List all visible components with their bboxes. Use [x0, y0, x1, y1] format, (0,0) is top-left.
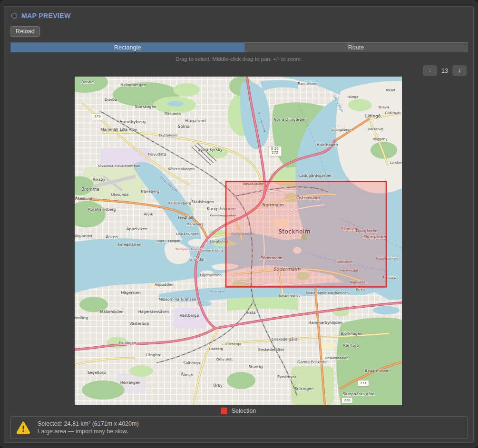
svg-text:Hjorthagen: Hjorthagen: [317, 143, 338, 147]
svg-text:Örby slott: Örby slott: [216, 357, 233, 361]
svg-text:Abrahamsberg: Abrahamsberg: [88, 207, 116, 212]
svg-text:Hägerstensåsen: Hägerstensåsen: [138, 309, 169, 314]
svg-text:Aspudden: Aspudden: [155, 282, 174, 287]
svg-text:Solberga: Solberga: [183, 361, 200, 365]
svg-text:Reimersholme: Reimersholme: [200, 249, 224, 253]
svg-text:Norra Djurgården: Norra Djurgården: [273, 117, 306, 122]
map-svg: RissneHallonbergenDuvboStorskogenRåsunda…: [75, 77, 402, 405]
svg-text:Marieberg: Marieberg: [186, 223, 203, 226]
svg-text:Västberga: Västberga: [180, 313, 199, 318]
svg-text:Stadshagen: Stadshagen: [191, 200, 214, 204]
svg-text:Näset: Näset: [386, 88, 395, 92]
zoom-out-button[interactable]: -: [423, 65, 437, 76]
svg-text:Tranholmen: Tranholmen: [297, 82, 317, 86]
warning-line-1: Selected: 24,81 km² (6171m x 4020m): [38, 420, 139, 428]
svg-text:Liseberg: Liseberg: [209, 347, 223, 351]
selection-swatch: [221, 408, 227, 414]
svg-text:Alvik: Alvik: [144, 212, 153, 216]
panel-title: MAP PREVIEW: [21, 12, 71, 19]
svg-text:Solna: Solna: [178, 124, 190, 129]
svg-text:Östberga: Östberga: [226, 342, 241, 346]
svg-text:Älvsjö: Älvsjö: [181, 372, 194, 377]
svg-text:Mälarhöjden: Mälarhöjden: [100, 310, 123, 314]
svg-text:279: 279: [94, 115, 100, 118]
svg-text:Ulvsunda: Ulvsunda: [111, 193, 128, 197]
svg-text:Duvbo: Duvbo: [105, 97, 117, 102]
zoom-in-button[interactable]: +: [452, 65, 467, 76]
interaction-hint: Drag to select. Middle-click drag to pan…: [4, 56, 473, 62]
svg-text:Larsberg: Larsberg: [390, 161, 402, 165]
svg-text:Svedmyra: Svedmyra: [277, 375, 297, 379]
svg-text:Ulvsunda industriområde: Ulvsunda industriområde: [98, 164, 140, 168]
svg-text:Tallkrogen: Tallkrogen: [294, 387, 314, 391]
svg-text:Huvudsta: Huvudsta: [148, 152, 166, 156]
warning-text: Selected: 24,81 km² (6171m x 4020m) Larg…: [38, 420, 139, 435]
svg-text:Lidingö: Lidingö: [365, 114, 381, 118]
svg-text:Enskededalen: Enskededalen: [325, 356, 349, 360]
svg-text:Smedslätten: Smedslätten: [117, 243, 141, 247]
tab-rectangle[interactable]: Rectangle: [10, 42, 244, 52]
map-legend: Selection: [75, 408, 402, 414]
svg-text:Bagarmossen: Bagarmossen: [365, 369, 390, 373]
map-canvas[interactable]: RissneHallonbergenDuvboStorskogenRåsunda…: [75, 77, 402, 405]
svg-text:Kärrtorp: Kärrtorp: [343, 343, 359, 348]
svg-text:Äppelviken: Äppelviken: [127, 226, 147, 231]
svg-text:Gröndal: Gröndal: [189, 257, 204, 262]
svg-text:226: 226: [344, 399, 350, 402]
warning-line-2: Large area — import may be slow.: [38, 428, 139, 435]
svg-text:Midsommarkransen: Midsommarkransen: [158, 297, 196, 302]
svg-text:Hagalund: Hagalund: [185, 118, 205, 123]
svg-text:Årstaviken: Årstaviken: [210, 290, 225, 293]
svg-text:Riksby: Riksby: [93, 177, 106, 182]
warning-box: Selected: 24,81 km² (6171m x 4020m) Larg…: [10, 416, 468, 439]
svg-text:271: 271: [360, 381, 366, 385]
svg-text:272: 272: [272, 151, 278, 155]
svg-text:Hammarbyhöjden: Hammarbyhöjden: [308, 321, 342, 325]
svg-text:Södra Hammarbyhamnen: Södra Hammarbyhamnen: [306, 291, 349, 295]
svg-text:Lidingöbron: Lidingöbron: [332, 128, 351, 132]
zoom-level: 13: [441, 68, 448, 74]
svg-text:Bredäng: Bredäng: [75, 316, 88, 320]
svg-text:Sickla: Sickla: [356, 288, 365, 292]
svg-text:Fredhäll: Fredhäll: [178, 215, 193, 220]
svg-text:Lilla Alby: Lilla Alby: [120, 127, 137, 132]
svg-text:Lidingö: Lidingö: [385, 110, 400, 115]
svg-text:Sundbyberg: Sundbyberg: [120, 119, 146, 124]
svg-text:Västra skogen: Västra skogen: [168, 167, 195, 171]
svg-text:Bromma: Bromma: [81, 187, 99, 192]
svg-text:Mariehäll: Mariehäll: [101, 127, 118, 132]
svg-text:Hallonbergen: Hallonbergen: [120, 83, 146, 87]
svg-text:Lilla Essingen: Lilla Essingen: [176, 232, 198, 236]
warning-triangle-icon: [16, 421, 30, 435]
svg-text:Västertorp: Västertorp: [129, 321, 149, 326]
selection-rectangle[interactable]: [226, 182, 386, 287]
svg-text:Islinge: Islinge: [348, 95, 359, 99]
svg-text:Segeltorp: Segeltorp: [88, 370, 106, 375]
legend-label: Selection: [232, 408, 256, 414]
foldout-circle-icon[interactable]: [11, 13, 17, 19]
svg-text:Råsunda: Råsunda: [165, 111, 181, 116]
svg-text:Fruängen: Fruängen: [118, 341, 136, 345]
svg-text:Solna kyrkby: Solna kyrkby: [198, 147, 223, 152]
svg-text:Rissne: Rissne: [81, 80, 94, 84]
svg-text:Trafikplats Gröndal: Trafikplats Gröndal: [175, 247, 203, 251]
svg-text:Kristineberg: Kristineberg: [168, 201, 191, 205]
svg-text:Björkhagen: Björkhagen: [341, 331, 362, 336]
svg-text:Örby: Örby: [213, 383, 223, 388]
svg-text:Herserud: Herserud: [368, 127, 383, 131]
svg-text:Skarpnäcks gård: Skarpnäcks gård: [343, 391, 375, 396]
svg-text:Enskede gård: Enskede gård: [272, 337, 297, 341]
svg-text:Storskogen: Storskogen: [135, 105, 156, 109]
panel-header: MAP PREVIEW: [11, 12, 71, 19]
mode-tabs: Rectangle Route: [10, 42, 468, 52]
svg-text:Stora Essingen: Stora Essingen: [156, 240, 180, 243]
svg-text:Skytteholm: Skytteholm: [158, 134, 177, 137]
svg-text:Hägersten: Hägersten: [121, 291, 140, 295]
svg-text:Höglandet: Höglandet: [75, 234, 93, 238]
svg-text:Enskedefältet: Enskedefältet: [258, 348, 284, 352]
svg-text:Åkeslund: Åkeslund: [75, 196, 92, 201]
svg-text:Ålsten: Ålsten: [106, 234, 118, 239]
reload-button[interactable]: Reload: [10, 26, 40, 37]
map-preview-panel: MAP PREVIEW Reload Rectangle Route Drag …: [4, 6, 474, 443]
tab-route[interactable]: Route: [244, 42, 468, 52]
